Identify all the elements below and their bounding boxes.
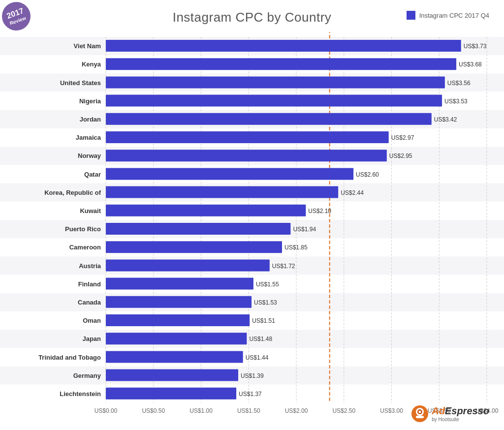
bar [106,278,253,290]
country-label: Japan [82,335,101,342]
bar [106,186,338,198]
bar [106,259,270,271]
country-label: Kuwait [80,207,101,215]
x-axis-label: US$0.50 [142,407,165,414]
bar-row-bg [0,293,504,311]
bar [106,95,442,107]
country-label: Korea, Republic of [44,189,101,196]
bar-value-label: US$1.72 [272,263,295,270]
bar-value-label: US$1.55 [256,281,279,288]
badge: 2017 Review [0,0,34,34]
chart-container: 2017 Review Instagram CPC by Country Ins… [0,0,504,430]
bar-value-label: US$3.73 [464,43,487,50]
bar [106,223,290,235]
country-label: Puerto Rico [65,225,101,233]
bar-value-label: US$1.53 [254,299,277,306]
bar-value-label: US$2.44 [341,189,364,196]
bar-value-label: US$1.51 [252,317,275,324]
country-label: Finland [78,280,101,288]
adespresso-icon [411,405,429,423]
bar [106,168,353,180]
x-axis-label: US$3.00 [380,407,403,414]
bar [106,76,445,88]
country-label: Oman [83,317,101,324]
logo-text: AdEspresso by Hootsuite [432,405,489,422]
country-label: Nigeria [79,97,101,105]
x-axis-label: US$2.50 [332,407,355,414]
bar-value-label: US$1.85 [284,244,308,251]
bar [106,58,456,70]
chart-svg-wrapper: AVERAGEUS$3.73Viet NamUS$3.68KenyaUS$3.5… [0,32,504,430]
logo-by-hootsuite: by Hootsuite [432,417,489,422]
country-label: United States [60,79,101,87]
bar [106,314,250,326]
bar-value-label: US$2.97 [391,134,414,141]
bar [106,40,461,52]
x-axis-label: US$0.00 [94,407,118,414]
country-label: Qatar [84,171,101,178]
country-label: Liechtenstein [60,390,101,398]
country-label: Jamaica [76,134,101,141]
legend-label: Instagram CPC 2017 Q4 [419,12,489,19]
bar-value-label: US$1.39 [241,372,264,379]
country-label: Viet Nam [74,42,101,50]
bar-value-label: US$1.94 [293,226,316,233]
bar-value-label: US$3.56 [447,80,471,87]
x-axis-label: US$2.00 [285,407,308,414]
bar-value-label: US$2.10 [308,208,331,215]
bar [106,369,238,381]
bar-value-label: US$3.53 [444,98,468,105]
country-label: Kenya [82,61,101,68]
bar [106,241,282,253]
bar-value-label: US$1.44 [246,354,269,361]
svg-rect-4 [416,416,424,418]
bar [106,296,252,308]
x-axis-label: US$1.50 [237,407,260,414]
country-label: Austria [79,262,101,270]
adespresso-logo: AdEspresso by Hootsuite [411,405,489,423]
bar-value-label: US$2.60 [356,171,379,178]
bar-value-label: US$3.68 [459,61,482,68]
legend: Instagram CPC 2017 Q4 [407,11,489,20]
country-label: Cameroon [69,244,101,251]
bar-value-label: US$3.42 [434,116,457,123]
x-axis-label: US$1.00 [189,407,213,414]
bar-value-label: US$1.48 [249,336,272,342]
country-label: Trinidad and Tobago [38,354,101,361]
bar [106,388,236,399]
svg-point-3 [419,411,421,413]
badge-circle: 2017 Review [0,0,34,34]
legend-color-box [407,11,415,20]
bar-value-label: US$2.95 [389,153,412,159]
country-label: Norway [78,152,101,159]
country-label: Canada [78,299,101,306]
country-label: Jordan [80,116,101,123]
bar [106,333,247,344]
bar [106,351,243,363]
country-label: Germany [73,372,101,379]
bar-value-label: US$1.37 [239,391,262,398]
logo-adespresso: AdEspresso [432,405,489,417]
bar [106,131,389,143]
bar [106,113,432,125]
bar [106,150,387,161]
bar [106,205,306,216]
